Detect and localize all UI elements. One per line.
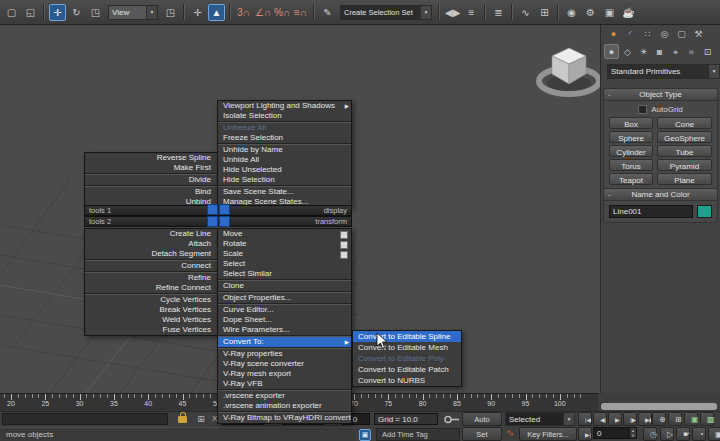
create-tab-icon[interactable]: ● <box>605 27 622 42</box>
time-configuration-button[interactable]: ◷ <box>643 427 657 441</box>
hierarchy-tab-icon[interactable]: ∷ <box>639 27 656 42</box>
menu-item[interactable]: Isolate Selection <box>218 111 351 121</box>
menu-item[interactable]: Attach <box>85 239 217 249</box>
snaps-toggle-3d-icon[interactable]: 3∩ <box>235 4 252 21</box>
menu-item[interactable]: Convert to NURBS <box>353 375 461 386</box>
percent-snap-icon[interactable]: %∩ <box>273 4 290 21</box>
menu-item[interactable]: Connect <box>85 261 217 271</box>
trackbar-scrollbar[interactable] <box>601 403 717 410</box>
render-setup-icon[interactable]: ⚙ <box>582 4 599 21</box>
auto-key-button[interactable]: Auto Key <box>462 412 502 426</box>
menu-item[interactable]: Refine Connect <box>85 283 217 293</box>
object-name-field[interactable]: Line001 <box>609 205 693 218</box>
primitive-button[interactable]: Cone <box>657 117 712 129</box>
named-selection-set-dropdown[interactable]: Create Selection Set ▼ <box>340 5 432 20</box>
menu-item[interactable]: Detach Segment <box>85 249 217 259</box>
menu-item[interactable]: V-Ray properties <box>218 349 351 359</box>
primitive-button[interactable]: GeoSphere <box>657 131 712 143</box>
menu-item[interactable]: Bind <box>85 187 217 197</box>
material-editor-icon[interactable]: ◉ <box>563 4 580 21</box>
menu-item[interactable]: V-Ray Bitmap to VRayHDRI converter <box>218 413 351 423</box>
menu-item[interactable]: Viewport Lighting and Shadows <box>218 101 351 111</box>
object-type-rollout-header[interactable]: - Object Type <box>604 89 717 101</box>
zoom-all-button[interactable]: ⊞ <box>668 412 682 426</box>
selection-lock-icon[interactable] <box>178 416 187 423</box>
motion-tab-icon[interactable]: ◎ <box>656 27 673 42</box>
schematic-view-icon[interactable]: ⊞ <box>536 4 553 21</box>
current-frame-field[interactable]: 0 ▲▼ <box>593 427 637 439</box>
window-crossing-toggle-icon[interactable]: ◱ <box>22 4 39 21</box>
primitive-category-dropdown[interactable]: Standard Primitives ▼ <box>607 64 720 79</box>
menu-item[interactable]: Unfreeze All <box>218 123 351 133</box>
systems-category-icon[interactable]: ⊡ <box>700 44 715 59</box>
menu-item[interactable]: Reverse Spline <box>85 153 217 163</box>
space-warps-category-icon[interactable]: ≈ <box>684 44 699 59</box>
menu-item[interactable]: Make First <box>85 163 217 173</box>
align-icon[interactable]: ≡ <box>463 4 480 21</box>
add-time-tag[interactable]: Add Time Tag <box>376 428 460 441</box>
menu-item[interactable]: Select Similar <box>218 269 351 279</box>
menu-item[interactable]: Clone <box>218 281 351 291</box>
reference-coordinate-dropdown[interactable]: View ▼ <box>108 5 158 20</box>
lights-category-icon[interactable]: ☀ <box>636 44 651 59</box>
zoom-region-button[interactable]: ▷ <box>660 427 674 441</box>
cameras-category-icon[interactable]: ◙ <box>652 44 667 59</box>
menu-item[interactable]: .vrscene exporter <box>218 391 351 401</box>
menu-item[interactable]: Hide Selection <box>218 175 351 185</box>
primitive-button[interactable]: Cylinder <box>609 145 653 157</box>
primitive-button[interactable]: Plane <box>657 173 712 185</box>
spinner-snap-icon[interactable]: ≡∩ <box>292 4 309 21</box>
menu-item[interactable]: Convert to Editable Patch <box>353 364 461 375</box>
menu-item[interactable]: V-Ray mesh export <box>218 369 351 379</box>
shapes-category-icon[interactable]: ◇ <box>620 44 635 59</box>
menu-item[interactable]: Scale <box>218 249 351 259</box>
zoom-extents-button[interactable]: ▣ <box>684 412 698 426</box>
set-key-button[interactable]: Set Key <box>462 427 502 441</box>
quad-center-indicator[interactable] <box>207 204 230 227</box>
primitive-button[interactable]: Torus <box>609 159 653 171</box>
go-to-start-button[interactable]: |◀◀ <box>578 412 592 426</box>
select-and-scale-icon[interactable]: ◳ <box>87 4 104 21</box>
utilities-tab-icon[interactable]: ⚒ <box>690 27 707 42</box>
menu-item[interactable]: Rotate <box>218 239 351 249</box>
rectangular-selection-region-icon[interactable]: ▢ <box>3 4 20 21</box>
menu-item[interactable]: Fuse Vertices <box>85 325 217 335</box>
zoom-button[interactable]: ⊕ <box>652 412 666 426</box>
modify-tab-icon[interactable]: ◜ <box>622 27 639 42</box>
menu-item[interactable]: Refine <box>85 273 217 283</box>
menu-item[interactable]: V-Ray scene converter <box>218 359 351 369</box>
name-color-rollout-header[interactable]: - Name and Color <box>604 189 717 201</box>
menu-item[interactable]: Select <box>218 259 351 269</box>
helpers-category-icon[interactable]: ⌖ <box>668 44 683 59</box>
select-and-rotate-icon[interactable]: ↻ <box>68 4 85 21</box>
primitive-button[interactable]: Tube <box>657 145 712 157</box>
mirror-icon[interactable]: ◀▶ <box>444 4 461 21</box>
previous-frame-button[interactable]: ◀| <box>593 412 607 426</box>
menu-item[interactable]: Wire Parameters... <box>218 325 351 335</box>
go-to-end-button[interactable]: ▶▶| <box>638 412 652 426</box>
track-bar[interactable] <box>2 413 168 425</box>
menu-item[interactable]: V-Ray VFB <box>218 379 351 389</box>
viewcube[interactable] <box>532 40 600 100</box>
menu-item[interactable]: Object Properties... <box>218 293 351 303</box>
key-filters-button[interactable]: Key Filters... <box>519 427 577 441</box>
curve-editor-icon[interactable]: ∿ <box>517 4 534 21</box>
menu-item[interactable]: .vrscene animation exporter <box>218 401 351 411</box>
selection-filter-dropdown[interactable]: Selected ▼ <box>505 412 575 426</box>
manage-layers-icon[interactable]: ≣ <box>490 4 507 21</box>
selection-lock-toggle-icon[interactable]: ▣ <box>359 429 371 441</box>
next-frame-button[interactable]: |▶ <box>623 412 637 426</box>
menu-item[interactable]: Convert to Editable Mesh <box>353 342 461 353</box>
menu-item[interactable]: Dope Sheet... <box>218 315 351 325</box>
angle-snap-icon[interactable]: ∠∩ <box>254 4 271 21</box>
menu-item[interactable]: Unhide by Name <box>218 145 351 155</box>
menu-item[interactable]: Curve Editor... <box>218 305 351 315</box>
primitive-button[interactable]: Sphere <box>609 131 653 143</box>
menu-item[interactable]: Cycle Vertices <box>85 295 217 305</box>
render-production-icon[interactable]: ☕ <box>620 4 637 21</box>
menu-item[interactable]: Freeze Selection <box>218 133 351 143</box>
orbit-button[interactable]: ◔ <box>692 427 706 441</box>
primitive-button[interactable]: Teapot <box>609 173 653 185</box>
zoom-extents-all-button[interactable]: ▩ <box>700 412 714 426</box>
pan-view-button[interactable]: ☛ <box>676 427 690 441</box>
